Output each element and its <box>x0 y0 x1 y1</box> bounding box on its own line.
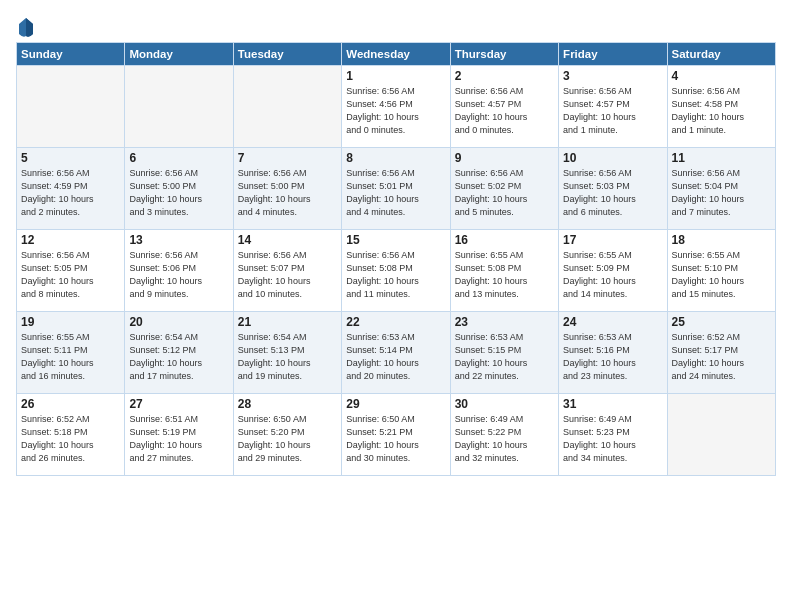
day-info: Sunrise: 6:56 AM Sunset: 5:02 PM Dayligh… <box>455 167 554 219</box>
day-info: Sunrise: 6:49 AM Sunset: 5:22 PM Dayligh… <box>455 413 554 465</box>
day-info: Sunrise: 6:53 AM Sunset: 5:16 PM Dayligh… <box>563 331 662 383</box>
day-info: Sunrise: 6:55 AM Sunset: 5:11 PM Dayligh… <box>21 331 120 383</box>
day-number: 5 <box>21 151 120 165</box>
weekday-header: Sunday <box>17 43 125 66</box>
calendar-table: SundayMondayTuesdayWednesdayThursdayFrid… <box>16 42 776 476</box>
calendar-day-cell: 29Sunrise: 6:50 AM Sunset: 5:21 PM Dayli… <box>342 394 450 476</box>
day-info: Sunrise: 6:53 AM Sunset: 5:15 PM Dayligh… <box>455 331 554 383</box>
day-info: Sunrise: 6:54 AM Sunset: 5:12 PM Dayligh… <box>129 331 228 383</box>
day-number: 4 <box>672 69 771 83</box>
calendar-day-cell: 27Sunrise: 6:51 AM Sunset: 5:19 PM Dayli… <box>125 394 233 476</box>
day-number: 23 <box>455 315 554 329</box>
calendar-day-cell: 8Sunrise: 6:56 AM Sunset: 5:01 PM Daylig… <box>342 148 450 230</box>
day-number: 7 <box>238 151 337 165</box>
calendar-week-row: 5Sunrise: 6:56 AM Sunset: 4:59 PM Daylig… <box>17 148 776 230</box>
day-number: 1 <box>346 69 445 83</box>
day-number: 31 <box>563 397 662 411</box>
calendar-day-cell <box>17 66 125 148</box>
calendar-day-cell <box>125 66 233 148</box>
calendar-day-cell: 24Sunrise: 6:53 AM Sunset: 5:16 PM Dayli… <box>559 312 667 394</box>
calendar-day-cell: 5Sunrise: 6:56 AM Sunset: 4:59 PM Daylig… <box>17 148 125 230</box>
calendar-day-cell: 9Sunrise: 6:56 AM Sunset: 5:02 PM Daylig… <box>450 148 558 230</box>
day-number: 20 <box>129 315 228 329</box>
day-number: 27 <box>129 397 228 411</box>
calendar-day-cell: 3Sunrise: 6:56 AM Sunset: 4:57 PM Daylig… <box>559 66 667 148</box>
page-header <box>16 12 776 36</box>
day-number: 24 <box>563 315 662 329</box>
calendar-day-cell: 12Sunrise: 6:56 AM Sunset: 5:05 PM Dayli… <box>17 230 125 312</box>
calendar-day-cell <box>667 394 775 476</box>
calendar-day-cell: 20Sunrise: 6:54 AM Sunset: 5:12 PM Dayli… <box>125 312 233 394</box>
day-info: Sunrise: 6:54 AM Sunset: 5:13 PM Dayligh… <box>238 331 337 383</box>
calendar-day-cell: 28Sunrise: 6:50 AM Sunset: 5:20 PM Dayli… <box>233 394 341 476</box>
day-number: 29 <box>346 397 445 411</box>
calendar-day-cell: 30Sunrise: 6:49 AM Sunset: 5:22 PM Dayli… <box>450 394 558 476</box>
calendar-week-row: 12Sunrise: 6:56 AM Sunset: 5:05 PM Dayli… <box>17 230 776 312</box>
calendar-day-cell: 25Sunrise: 6:52 AM Sunset: 5:17 PM Dayli… <box>667 312 775 394</box>
day-info: Sunrise: 6:56 AM Sunset: 5:05 PM Dayligh… <box>21 249 120 301</box>
day-info: Sunrise: 6:56 AM Sunset: 5:06 PM Dayligh… <box>129 249 228 301</box>
day-info: Sunrise: 6:53 AM Sunset: 5:14 PM Dayligh… <box>346 331 445 383</box>
day-number: 13 <box>129 233 228 247</box>
calendar-day-cell: 4Sunrise: 6:56 AM Sunset: 4:58 PM Daylig… <box>667 66 775 148</box>
logo-icon <box>17 16 35 38</box>
day-info: Sunrise: 6:49 AM Sunset: 5:23 PM Dayligh… <box>563 413 662 465</box>
day-info: Sunrise: 6:56 AM Sunset: 5:08 PM Dayligh… <box>346 249 445 301</box>
day-number: 19 <box>21 315 120 329</box>
day-info: Sunrise: 6:55 AM Sunset: 5:09 PM Dayligh… <box>563 249 662 301</box>
calendar-day-cell: 14Sunrise: 6:56 AM Sunset: 5:07 PM Dayli… <box>233 230 341 312</box>
day-number: 21 <box>238 315 337 329</box>
day-number: 2 <box>455 69 554 83</box>
day-info: Sunrise: 6:55 AM Sunset: 5:08 PM Dayligh… <box>455 249 554 301</box>
day-number: 14 <box>238 233 337 247</box>
calendar-day-cell: 21Sunrise: 6:54 AM Sunset: 5:13 PM Dayli… <box>233 312 341 394</box>
day-number: 6 <box>129 151 228 165</box>
calendar-day-cell: 2Sunrise: 6:56 AM Sunset: 4:57 PM Daylig… <box>450 66 558 148</box>
calendar-day-cell: 26Sunrise: 6:52 AM Sunset: 5:18 PM Dayli… <box>17 394 125 476</box>
day-info: Sunrise: 6:56 AM Sunset: 5:03 PM Dayligh… <box>563 167 662 219</box>
calendar-day-cell <box>233 66 341 148</box>
day-info: Sunrise: 6:56 AM Sunset: 4:59 PM Dayligh… <box>21 167 120 219</box>
weekday-header: Saturday <box>667 43 775 66</box>
day-number: 10 <box>563 151 662 165</box>
day-info: Sunrise: 6:56 AM Sunset: 5:00 PM Dayligh… <box>129 167 228 219</box>
calendar-day-cell: 23Sunrise: 6:53 AM Sunset: 5:15 PM Dayli… <box>450 312 558 394</box>
weekday-header: Monday <box>125 43 233 66</box>
calendar-day-cell: 6Sunrise: 6:56 AM Sunset: 5:00 PM Daylig… <box>125 148 233 230</box>
day-info: Sunrise: 6:56 AM Sunset: 5:00 PM Dayligh… <box>238 167 337 219</box>
calendar-day-cell: 15Sunrise: 6:56 AM Sunset: 5:08 PM Dayli… <box>342 230 450 312</box>
day-number: 18 <box>672 233 771 247</box>
calendar-header-row: SundayMondayTuesdayWednesdayThursdayFrid… <box>17 43 776 66</box>
weekday-header: Thursday <box>450 43 558 66</box>
calendar-day-cell: 18Sunrise: 6:55 AM Sunset: 5:10 PM Dayli… <box>667 230 775 312</box>
calendar-day-cell: 31Sunrise: 6:49 AM Sunset: 5:23 PM Dayli… <box>559 394 667 476</box>
day-number: 11 <box>672 151 771 165</box>
day-number: 12 <box>21 233 120 247</box>
calendar-day-cell: 11Sunrise: 6:56 AM Sunset: 5:04 PM Dayli… <box>667 148 775 230</box>
day-number: 8 <box>346 151 445 165</box>
weekday-header: Wednesday <box>342 43 450 66</box>
day-number: 16 <box>455 233 554 247</box>
calendar-day-cell: 1Sunrise: 6:56 AM Sunset: 4:56 PM Daylig… <box>342 66 450 148</box>
calendar-week-row: 19Sunrise: 6:55 AM Sunset: 5:11 PM Dayli… <box>17 312 776 394</box>
calendar-day-cell: 19Sunrise: 6:55 AM Sunset: 5:11 PM Dayli… <box>17 312 125 394</box>
calendar-week-row: 1Sunrise: 6:56 AM Sunset: 4:56 PM Daylig… <box>17 66 776 148</box>
calendar-day-cell: 16Sunrise: 6:55 AM Sunset: 5:08 PM Dayli… <box>450 230 558 312</box>
logo <box>16 16 35 36</box>
day-info: Sunrise: 6:56 AM Sunset: 4:58 PM Dayligh… <box>672 85 771 137</box>
day-number: 15 <box>346 233 445 247</box>
calendar-day-cell: 7Sunrise: 6:56 AM Sunset: 5:00 PM Daylig… <box>233 148 341 230</box>
day-info: Sunrise: 6:56 AM Sunset: 4:57 PM Dayligh… <box>563 85 662 137</box>
day-info: Sunrise: 6:50 AM Sunset: 5:21 PM Dayligh… <box>346 413 445 465</box>
day-info: Sunrise: 6:55 AM Sunset: 5:10 PM Dayligh… <box>672 249 771 301</box>
day-number: 30 <box>455 397 554 411</box>
day-number: 26 <box>21 397 120 411</box>
calendar-day-cell: 13Sunrise: 6:56 AM Sunset: 5:06 PM Dayli… <box>125 230 233 312</box>
calendar-day-cell: 17Sunrise: 6:55 AM Sunset: 5:09 PM Dayli… <box>559 230 667 312</box>
day-number: 17 <box>563 233 662 247</box>
day-info: Sunrise: 6:51 AM Sunset: 5:19 PM Dayligh… <box>129 413 228 465</box>
day-info: Sunrise: 6:56 AM Sunset: 4:56 PM Dayligh… <box>346 85 445 137</box>
day-number: 22 <box>346 315 445 329</box>
day-info: Sunrise: 6:56 AM Sunset: 5:07 PM Dayligh… <box>238 249 337 301</box>
calendar-week-row: 26Sunrise: 6:52 AM Sunset: 5:18 PM Dayli… <box>17 394 776 476</box>
